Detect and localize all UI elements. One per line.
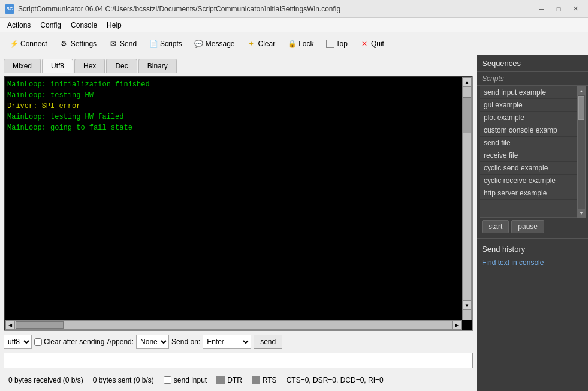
send-toolbar-label: Send bbox=[120, 40, 137, 48]
menu-console[interactable]: Console bbox=[66, 20, 102, 31]
message-label: Message bbox=[206, 40, 235, 48]
vscroll-up-button[interactable]: ▲ bbox=[463, 77, 471, 87]
settings-button[interactable]: ⚙ Settings bbox=[54, 35, 102, 53]
tab-binary[interactable]: Binary bbox=[138, 59, 177, 73]
console-area: MainLoop: initialization finished MainLo… bbox=[4, 76, 473, 331]
sequences-header: Sequences bbox=[477, 55, 588, 72]
close-button[interactable]: ✕ bbox=[568, 2, 583, 16]
script-item-4[interactable]: send file bbox=[480, 137, 577, 149]
connect-button[interactable]: ⚡ Connect bbox=[4, 35, 53, 53]
scripts-icon: 📄 bbox=[149, 39, 158, 49]
console-line: Driver: SPI error bbox=[7, 101, 469, 112]
left-panel: Mixed Utf8 Hex Dec Binary MainLoop: init… bbox=[0, 55, 477, 391]
quit-icon: ✕ bbox=[360, 39, 369, 49]
lock-label: Lock bbox=[298, 40, 313, 48]
dtr-led bbox=[216, 376, 225, 384]
toolbar: ⚡ Connect ⚙ Settings ✉ Send 📄 Scripts 💬 … bbox=[0, 32, 588, 55]
scripts-button[interactable]: 📄 Scripts bbox=[143, 35, 188, 53]
minimize-button[interactable]: ─ bbox=[534, 2, 550, 16]
message-button[interactable]: 💬 Message bbox=[189, 35, 240, 53]
top-label: Top bbox=[336, 40, 348, 48]
app-icon: SC bbox=[5, 4, 14, 14]
scripts-list: send input example gui example plot exam… bbox=[480, 86, 577, 218]
menu-help[interactable]: Help bbox=[102, 20, 126, 31]
titlebar: SC ScriptCommunicator 06.04 C:/Users/bcs… bbox=[0, 0, 588, 18]
quit-label: Quit bbox=[371, 40, 384, 48]
script-item-1[interactable]: gui example bbox=[480, 99, 577, 112]
connect-label: Connect bbox=[20, 40, 47, 48]
script-item-8[interactable]: http server example bbox=[480, 187, 577, 200]
send-controls-row: utf8 hex dec bin Clear after sending App… bbox=[4, 333, 473, 350]
tab-hex[interactable]: Hex bbox=[74, 59, 105, 73]
top-icon bbox=[326, 40, 334, 48]
script-item-7[interactable]: cyclic receive example bbox=[480, 175, 577, 187]
top-button[interactable]: Top bbox=[321, 35, 353, 53]
hscroll-left-button[interactable]: ◀ bbox=[5, 321, 15, 329]
scripts-scroll-down[interactable]: ▼ bbox=[578, 209, 585, 217]
clear-button[interactable]: ✦ Clear bbox=[241, 35, 281, 53]
find-text-link[interactable]: Find text in console bbox=[477, 256, 588, 269]
bytes-sent: 0 bytes sent (0 b/s) bbox=[93, 376, 154, 384]
console-line: MainLoop: testing HW failed bbox=[7, 112, 469, 122]
menu-config[interactable]: Config bbox=[35, 20, 66, 31]
statusbar: 0 bytes received (0 b/s) 0 bytes sent (0… bbox=[4, 372, 473, 387]
main-container: Mixed Utf8 Hex Dec Binary MainLoop: init… bbox=[0, 55, 588, 391]
send-input[interactable] bbox=[4, 353, 473, 368]
hscroll-thumb[interactable] bbox=[16, 321, 64, 329]
quit-button[interactable]: ✕ Quit bbox=[354, 35, 390, 53]
bytes-received: 0 bytes received (0 b/s) bbox=[8, 376, 83, 384]
append-select[interactable]: None \r\n \n \r bbox=[136, 335, 169, 349]
script-item-3[interactable]: custom console examp bbox=[480, 124, 577, 137]
script-item-6[interactable]: cyclic send example bbox=[480, 162, 577, 175]
vscroll-thumb[interactable] bbox=[463, 97, 471, 133]
console-vscrollbar[interactable]: ▲ ▼ bbox=[462, 77, 472, 320]
lock-button[interactable]: 🔒 Lock bbox=[282, 35, 319, 53]
clear-after-sending-checkbox[interactable] bbox=[34, 338, 42, 346]
start-button[interactable]: start bbox=[482, 220, 509, 233]
console-line: MainLoop: going to fail state bbox=[7, 122, 469, 133]
hscroll-right-button[interactable]: ▶ bbox=[452, 321, 462, 329]
tab-dec[interactable]: Dec bbox=[106, 59, 137, 73]
menubar: Actions Config Console Help bbox=[0, 18, 588, 32]
console-line: MainLoop: testing HW bbox=[7, 90, 469, 101]
scripts-scrollbar[interactable]: ▲ ▼ bbox=[577, 86, 586, 218]
right-panel: Sequences Scripts send input example gui… bbox=[477, 55, 588, 391]
send-on-select[interactable]: Enter Ctrl+Enter None bbox=[203, 335, 251, 349]
send-icon: ✉ bbox=[108, 39, 118, 49]
rts-label: RTS bbox=[263, 376, 277, 384]
send-input-status: send input bbox=[164, 376, 207, 384]
console-hscrollbar[interactable]: ◀ ▶ bbox=[5, 320, 462, 330]
send-toolbar-button[interactable]: ✉ Send bbox=[103, 35, 142, 53]
send-input-label: send input bbox=[174, 376, 207, 384]
menu-actions[interactable]: Actions bbox=[2, 20, 35, 31]
script-item-0[interactable]: send input example bbox=[480, 86, 577, 99]
scripts-toolbar-label: Scripts bbox=[160, 40, 182, 48]
settings-icon: ⚙ bbox=[59, 39, 69, 49]
scripts-action-buttons: start pause bbox=[477, 218, 588, 236]
tab-mixed[interactable]: Mixed bbox=[4, 59, 41, 73]
dtr-label: DTR bbox=[227, 376, 242, 384]
script-item-5[interactable]: receive file bbox=[480, 149, 577, 162]
console-line: MainLoop: initialization finished bbox=[7, 79, 469, 90]
pause-button[interactable]: pause bbox=[511, 220, 544, 233]
lock-icon: 🔒 bbox=[287, 39, 297, 49]
panel-divider bbox=[477, 238, 588, 239]
tab-utf8[interactable]: Utf8 bbox=[42, 59, 73, 73]
scripts-scroll-thumb[interactable] bbox=[578, 96, 584, 120]
message-icon: 💬 bbox=[194, 39, 204, 49]
maximize-button[interactable]: □ bbox=[551, 2, 566, 16]
script-item-2[interactable]: plot example bbox=[480, 112, 577, 124]
hscroll-track bbox=[15, 321, 452, 329]
input-row bbox=[4, 353, 473, 369]
rts-led bbox=[252, 376, 260, 384]
scripts-scroll-up[interactable]: ▲ bbox=[578, 86, 585, 95]
console-output: MainLoop: initialization finished MainLo… bbox=[5, 77, 472, 320]
send-history-label: Send history bbox=[477, 241, 588, 256]
send-input-checkbox[interactable] bbox=[164, 376, 171, 384]
encoding-select[interactable]: utf8 hex dec bin bbox=[4, 335, 32, 349]
send-button[interactable]: send bbox=[254, 335, 282, 349]
clear-after-sending-label[interactable]: Clear after sending bbox=[34, 338, 104, 346]
dtr-status: DTR bbox=[216, 376, 242, 384]
vscroll-down-button[interactable]: ▼ bbox=[463, 300, 471, 310]
connect-icon: ⚡ bbox=[9, 39, 19, 49]
